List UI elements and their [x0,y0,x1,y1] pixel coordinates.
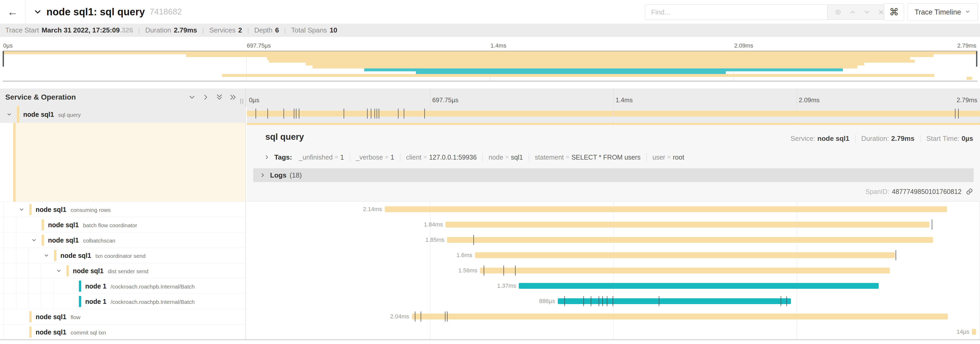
tree-indent-guide [29,278,29,294]
span-tree-row[interactable]: node sql1consuming rows [0,202,245,217]
span-bar-row[interactable]: 1.85ms [247,232,980,248]
span-tree-row[interactable]: node sql1colbatchscan [0,232,245,248]
expander-chevron-icon[interactable] [6,112,12,117]
span-log-tick [612,296,613,306]
span-bar-row[interactable]: 1.56ms [247,263,980,278]
span-bar-row[interactable]: 1.84ms [247,217,980,232]
expander-chevron-icon[interactable] [19,206,24,213]
span-tree-row[interactable]: node sql1batch flow coordinator [0,217,245,232]
span-bar-row[interactable]: 2.04ms [247,309,980,324]
span-detail-minibar [247,123,980,125]
expander-chevron-icon[interactable] [43,253,49,258]
span-log-tick [256,109,256,118]
minimap-span-row [3,77,977,80]
trace-info-value: 2 [238,26,242,34]
span-name: node sql1txn coordinator send [60,251,146,259]
minimap-right-scrubber[interactable] [976,51,977,67]
minimap-span-bar [186,54,934,57]
span-log-tick [398,109,398,118]
tag-item: _unfinished=1 [299,154,344,161]
expand-all-icon[interactable] [229,93,237,101]
trace-info-value-suffix: .326 [120,26,133,34]
info-separator: | [138,27,140,34]
span-bar-row[interactable]: 886µs [247,294,980,309]
span-log-tick [896,250,896,260]
span-bars: 2.14ms1.84ms1.85ms1.6ms1.56ms1.37ms886µs… [247,202,980,339]
tree-controls [188,88,237,106]
span-color-strip [79,296,81,307]
tree-indent-guide [29,294,29,309]
span-tree-row[interactable]: node sql1flow [0,309,245,324]
span-log-tick [781,296,781,306]
tags-accordion[interactable]: Tags: _unfinished=1_verbose=1client=127.… [264,151,684,163]
view-selector-button[interactable]: Trace Timeline [907,3,978,21]
span-row-root-left[interactable]: node sql1sql query [0,106,245,123]
span-bar[interactable] [412,314,948,320]
panel-divider[interactable] [245,88,246,339]
minimap-span-bar [3,51,977,54]
span-bar[interactable] [247,111,980,117]
span-bar[interactable] [447,237,933,243]
tag-item: statement=SELECT * FROM users [535,154,641,161]
span-bar-row[interactable]: 1.37ms [247,278,980,294]
logs-accordion[interactable]: Logs (18) [253,168,974,182]
span-detail-title: sql query [265,132,304,142]
info-separator: | [247,27,249,34]
span-name: node sql1commit sql txn [36,328,106,336]
minimap-span-row [3,51,977,54]
span-bar[interactable] [480,268,890,274]
span-bar[interactable] [519,283,879,289]
tree-indent-guide [53,278,54,294]
collapse-one-icon[interactable] [188,93,196,101]
trace-minimap[interactable] [3,51,977,82]
minimap-span-row [3,66,977,69]
trace-info-value: March 31 2022, 17:25:09 [42,26,120,34]
back-button[interactable]: ← [0,0,25,24]
span-log-tick [267,109,268,118]
keyboard-shortcuts-button[interactable]: ⌘ [884,3,904,21]
clear-find-icon[interactable] [878,9,885,16]
expander-chevron-icon[interactable] [56,268,62,274]
span-bar[interactable] [445,222,929,227]
span-log-tick [447,312,447,322]
span-bar-row[interactable]: 14µs [247,324,980,339]
span-bar[interactable] [475,252,895,258]
span-bar-row[interactable]: 2.14ms [247,202,980,217]
prev-match-icon[interactable] [849,8,856,16]
find-input[interactable] [645,5,827,20]
panel-resize-grip[interactable] [239,99,245,104]
minimap-left-scrubber[interactable] [3,51,4,67]
trace-info-value: 6 [275,26,279,34]
minimap-span-bar [269,60,915,62]
span-tree-row[interactable]: node 1/cockroach.roachpb.Internal/Batch [0,278,245,294]
span-bar[interactable] [972,329,976,335]
span-name: node 1/cockroach.roachpb.Internal/Batch [85,298,195,305]
span-log-tick [958,109,959,118]
span-tree-row[interactable]: node sql1dist sender send [0,263,245,278]
minimap-span-row [3,54,977,57]
tree-indent-guide [41,278,41,294]
span-bar[interactable] [558,298,791,304]
span-log-tick [591,296,591,306]
trace-collapse-icon[interactable] [33,0,42,24]
trace-info-label: Trace Start [5,26,39,34]
minimap-span-row [3,60,977,62]
expand-one-icon[interactable] [202,93,210,101]
expander-chevron-icon[interactable] [31,237,37,243]
span-tree-row[interactable]: node sql1txn coordinator send [0,248,245,263]
span-tree-row[interactable]: node sql1commit sql txn [0,324,245,339]
collapse-all-icon[interactable] [215,93,224,101]
tree-indent-guide [16,217,16,232]
span-bar-row[interactable]: 1.6ms [247,248,980,263]
span-log-tick [379,109,379,118]
span-tree-row[interactable]: node 1/cockroach.roachpb.Internal/Batch [0,294,245,309]
span-duration-label: 1.37ms [497,278,516,294]
link-icon[interactable] [966,188,973,195]
span-row-root-bar[interactable] [247,106,980,123]
focus-match-icon[interactable] [834,8,842,16]
span-bar[interactable] [385,206,947,212]
trace-info-label: Total Spans [291,26,327,34]
back-arrow-icon: ← [7,6,18,18]
next-match-icon[interactable] [863,8,870,16]
minimap-time-label: 2.79ms [957,42,976,49]
